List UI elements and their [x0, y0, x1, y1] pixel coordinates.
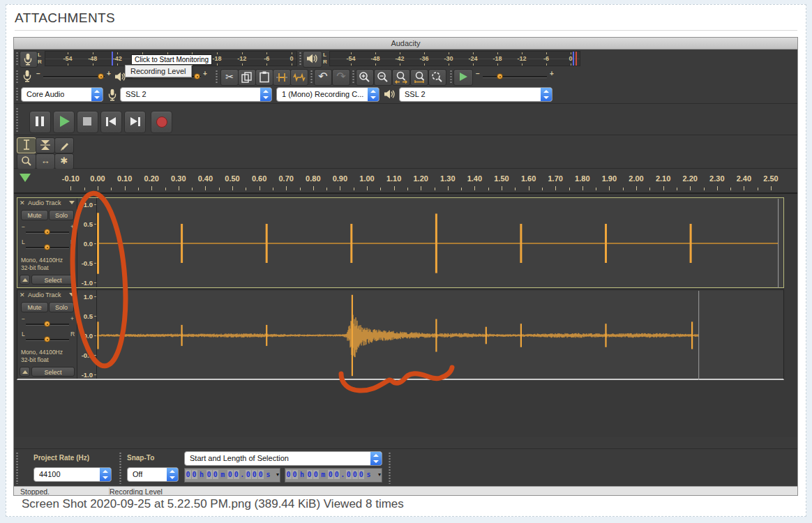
toolbar-grip[interactable]: [310, 70, 313, 83]
track1-solo-button[interactable]: Solo: [49, 210, 74, 220]
play-meter-speaker-button[interactable]: [303, 51, 322, 68]
time-digit[interactable]: h: [200, 471, 204, 478]
silence-audio-button[interactable]: [290, 69, 308, 86]
time-digit[interactable]: 0: [352, 470, 358, 479]
track1-vertical-ruler[interactable]: 1.00.50.0-0.5-1.0: [77, 198, 97, 287]
time-shift-tool-button[interactable]: ↔: [36, 153, 55, 169]
audio-track-1[interactable]: Audio Track Mute Solo − + L R Mono, 4410…: [17, 197, 784, 288]
play-button[interactable]: [53, 111, 75, 133]
timeline-ruler[interactable]: -0.100.000.100.200.300.400.500.600.700.8…: [14, 169, 797, 194]
time-digit[interactable]: 0: [346, 470, 352, 479]
time-digit[interactable]: 0: [334, 470, 340, 479]
cut-button[interactable]: ✂: [220, 69, 239, 86]
track1-name[interactable]: Audio Track: [28, 199, 61, 206]
time-digit[interactable]: 0: [213, 470, 218, 479]
play-at-speed-button[interactable]: [453, 69, 473, 86]
pause-button[interactable]: [29, 111, 51, 133]
track2-control-panel[interactable]: Audio Track Mute Solo − + L R Mono, 4410…: [17, 290, 77, 379]
draw-tool-button[interactable]: [54, 137, 74, 153]
track-menu-icon[interactable]: [69, 201, 75, 204]
timeline-pin-icon[interactable]: [20, 174, 31, 182]
track2-vertical-ruler[interactable]: 1.00.50.0-0.5-1.0: [77, 290, 97, 379]
toolbar-grip[interactable]: [352, 70, 355, 83]
time-digit[interactable]: 0: [328, 470, 333, 479]
track1-pan-thumb[interactable]: [44, 244, 50, 250]
copy-button[interactable]: [238, 69, 256, 86]
skip-to-start-button[interactable]: [100, 111, 122, 133]
toolbar-grip[interactable]: [388, 452, 391, 484]
toolbar-grip[interactable]: [15, 70, 19, 83]
selection-mode-select[interactable]: Start and Length of Selection: [184, 451, 382, 466]
track2-waveform[interactable]: [97, 291, 784, 380]
time-digit[interactable]: 0: [206, 470, 212, 479]
toolbar-grip[interactable]: [15, 107, 19, 132]
paste-button[interactable]: [255, 69, 273, 86]
playback-meter[interactable]: -54-48-42-36-30-24-18-12-60: [329, 51, 580, 66]
caret-icon[interactable]: [378, 471, 381, 478]
time-digit[interactable]: 0: [313, 470, 319, 479]
time-digit[interactable]: 0: [292, 470, 298, 479]
audio-track-2[interactable]: Audio Track Mute Solo − + L R Mono, 4410…: [17, 289, 784, 380]
track-menu-icon[interactable]: [69, 293, 75, 296]
track2-pan-thumb[interactable]: [44, 336, 50, 342]
selection-start-field[interactable]: 00h00m00.000s: [184, 468, 280, 483]
zoom-out-button[interactable]: [374, 69, 392, 86]
toolbar-grip[interactable]: [15, 87, 19, 102]
toolbar-grip[interactable]: [15, 52, 19, 66]
audio-host-select[interactable]: Core Audio: [21, 87, 103, 102]
record-meter-mic-button[interactable]: [20, 51, 38, 68]
snap-to-select[interactable]: Off: [127, 467, 179, 482]
time-digit[interactable]: 0: [192, 470, 197, 479]
playback-device-select[interactable]: SSL 2: [399, 87, 552, 102]
caret-icon[interactable]: [276, 471, 279, 478]
time-digit[interactable]: 0: [258, 470, 264, 479]
close-track-icon[interactable]: [20, 199, 25, 206]
stop-button[interactable]: [77, 111, 98, 133]
track2-name[interactable]: Audio Track: [28, 291, 61, 298]
redo-button[interactable]: ↷: [332, 69, 350, 86]
zoom-toggle-button[interactable]: [428, 69, 446, 86]
track2-mute-button[interactable]: Mute: [21, 302, 48, 312]
time-digit[interactable]: 0: [252, 470, 257, 479]
toolbar-grip[interactable]: [449, 70, 453, 83]
toolbar-grip[interactable]: [119, 452, 122, 484]
selection-tool-button[interactable]: [17, 137, 36, 153]
recording-device-select[interactable]: SSL 2: [120, 87, 272, 102]
track1-mute-button[interactable]: Mute: [21, 210, 48, 220]
track1-select-button[interactable]: Select: [31, 275, 75, 285]
play-speed-thumb[interactable]: [497, 73, 503, 79]
time-digit[interactable]: 0: [286, 470, 292, 479]
track-area[interactable]: Audio Track Mute Solo − + L R Mono, 4410…: [14, 194, 797, 437]
time-digit[interactable]: .: [340, 471, 345, 478]
time-digit[interactable]: m: [220, 471, 225, 478]
track1-gain-thumb[interactable]: [44, 229, 50, 235]
zoom-fit-button[interactable]: [410, 69, 428, 86]
selection-length-field[interactable]: 00h00m00.000s: [285, 468, 382, 483]
toolbar-grip[interactable]: [215, 70, 218, 83]
close-track-icon[interactable]: [20, 291, 25, 298]
time-digit[interactable]: 0: [307, 470, 313, 479]
track2-collapse-button[interactable]: [20, 367, 30, 377]
time-digit[interactable]: .: [240, 471, 244, 478]
track2-gain-thumb[interactable]: [44, 321, 50, 327]
undo-button[interactable]: ↶: [314, 69, 332, 86]
recording-volume-slider[interactable]: [43, 76, 105, 78]
time-digit[interactable]: 0: [359, 470, 364, 479]
time-digit[interactable]: m: [321, 471, 325, 478]
zoom-tool-button[interactable]: [17, 153, 36, 169]
track2-select-button[interactable]: Select: [31, 367, 75, 377]
toolbar-grip[interactable]: [15, 452, 19, 484]
time-digit[interactable]: s: [366, 471, 370, 478]
track1-waveform[interactable]: [97, 199, 784, 288]
time-digit[interactable]: 0: [246, 470, 251, 479]
track1-collapse-button[interactable]: [20, 275, 30, 285]
record-button[interactable]: [151, 111, 172, 133]
playback-volume-thumb[interactable]: [194, 73, 200, 79]
toolbar-grip[interactable]: [299, 52, 302, 66]
skip-to-end-button[interactable]: [124, 111, 146, 133]
play-speed-slider[interactable]: [483, 76, 547, 78]
recording-volume-thumb[interactable]: [98, 73, 104, 79]
time-digit[interactable]: h: [300, 471, 304, 478]
time-digit[interactable]: 0: [227, 470, 233, 479]
time-digit[interactable]: s: [266, 471, 270, 478]
